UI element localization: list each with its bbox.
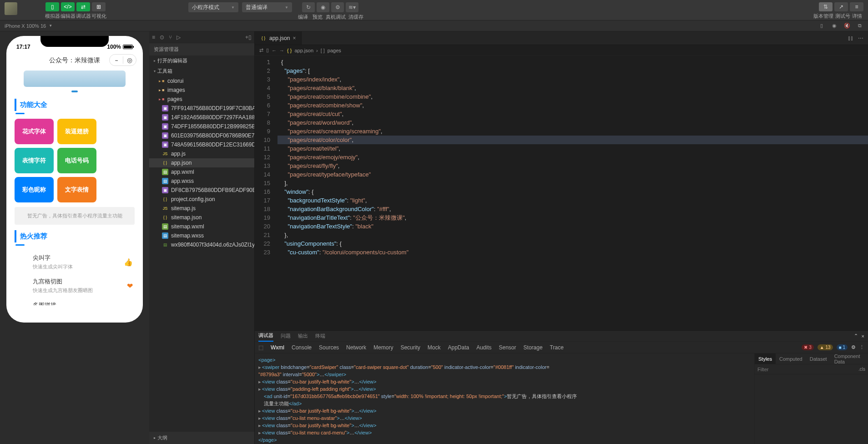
styles-tab-computed[interactable]: Computed bbox=[776, 353, 806, 364]
dt2-sensor[interactable]: Sensor bbox=[499, 344, 516, 351]
tree-item[interactable]: ▤app.wxss bbox=[149, 177, 254, 186]
tree-item[interactable]: ▤sitemap.wxml bbox=[149, 222, 254, 231]
dt2-audits[interactable]: Audits bbox=[476, 344, 491, 351]
tree-item[interactable]: { }project.config.json bbox=[149, 195, 254, 204]
tree-item[interactable]: ▣7FF9148756B80DDF199F7C80BAACE94... bbox=[149, 104, 254, 113]
tree-search-icon[interactable]: ⊙ bbox=[160, 34, 164, 40]
tree-debug-icon[interactable]: ▷ bbox=[177, 34, 181, 40]
feature-card[interactable]: 彩色昵称 bbox=[15, 177, 54, 202]
feature-card[interactable]: 表情字符 bbox=[15, 148, 54, 173]
capsule-button[interactable]: ···◎ bbox=[109, 54, 136, 66]
dt2-console[interactable]: Console bbox=[292, 344, 312, 351]
split-editor-icon[interactable]: ⫿⫿ bbox=[848, 35, 853, 41]
dt2-network[interactable]: Network bbox=[346, 344, 366, 351]
device-rotate-icon[interactable]: ▯ bbox=[818, 22, 825, 30]
bc-toggle-icon[interactable]: ⇄ bbox=[259, 47, 263, 53]
swiper-banner[interactable] bbox=[24, 71, 126, 87]
tree-item[interactable]: ▤wx980ff4007f3d404d.o6zAJs0ZI1y8o-5... bbox=[149, 240, 254, 249]
project-avatar[interactable] bbox=[5, 2, 17, 15]
tree-item[interactable]: { }sitemap.json bbox=[149, 213, 254, 222]
capsule-close-icon[interactable]: ◎ bbox=[123, 56, 136, 64]
tree-add-icon[interactable]: +▯ bbox=[245, 34, 252, 40]
hot-list-item[interactable]: 尖叫字快速生成尖叫字体👍 bbox=[15, 250, 135, 274]
dt2-memory[interactable]: Memory bbox=[373, 344, 393, 351]
dt2-mock[interactable]: Mock bbox=[428, 344, 441, 351]
error-badge[interactable]: ✖ 3 bbox=[802, 344, 813, 350]
dt-settings-icon[interactable]: ⚙ bbox=[851, 344, 856, 350]
compile-select[interactable]: 普通编译▼ bbox=[242, 2, 292, 12]
tree-open-editors[interactable]: ▸打开的编辑器 bbox=[149, 56, 254, 66]
phone-body[interactable]: 功能大全 花式字体装逼翅膀表情字符电话号码彩色昵称文字表情 暂无广告，具体指引查… bbox=[11, 69, 138, 305]
dt2-sources[interactable]: Sources bbox=[319, 344, 339, 351]
device-select[interactable]: iPhone X 100% 16 bbox=[5, 23, 46, 29]
tree-item[interactable]: ▸ ■pages bbox=[149, 95, 254, 104]
tree-outline[interactable]: ▸大纲 bbox=[149, 432, 254, 444]
tree-item[interactable]: JSapp.js bbox=[149, 149, 254, 158]
dt-tab-problems[interactable]: 问题 bbox=[281, 331, 291, 341]
dt2-trace[interactable]: Trace bbox=[550, 344, 564, 351]
editor-toggle[interactable]: </> bbox=[61, 2, 75, 11]
warn-badge[interactable]: ▲ 13 bbox=[818, 344, 833, 350]
bc-back-icon[interactable]: ← bbox=[272, 48, 277, 53]
tree-item[interactable]: ▣74DFF18556B80DDF12B999825B7CE94... bbox=[149, 122, 254, 131]
dt2-wxml[interactable]: Wxml bbox=[271, 344, 284, 351]
tree-item[interactable]: { }app.json bbox=[149, 158, 254, 167]
tree-item[interactable]: ▣601E039756B80DDF06786B90E78CE94... bbox=[149, 131, 254, 140]
hot-list-item[interactable]: 多图拼接支持横向和竖直图片合并🔥 bbox=[15, 298, 135, 305]
feature-card[interactable]: 花式字体 bbox=[15, 119, 54, 144]
dt2-appdata[interactable]: AppData bbox=[448, 344, 469, 351]
info-badge[interactable]: ■ 1 bbox=[837, 344, 848, 350]
tree-item[interactable]: ▤sitemap.wxss bbox=[149, 231, 254, 240]
record-icon[interactable]: ◉ bbox=[831, 22, 838, 30]
hot-list-item[interactable]: 九宫格切图快速生成九宫格朋友圈晒图❤ bbox=[15, 274, 135, 298]
dt-inspect-icon[interactable]: ⬚ bbox=[258, 344, 263, 351]
bc-file[interactable]: app.json bbox=[294, 48, 313, 53]
details-button[interactable]: ≡ bbox=[850, 2, 863, 11]
test-account-button[interactable]: ↗ bbox=[834, 2, 848, 11]
bc-bookmark-icon[interactable]: ▯ bbox=[266, 47, 269, 53]
styles-tab-styles[interactable]: Styles bbox=[755, 353, 776, 364]
styles-filter-input[interactable] bbox=[757, 367, 858, 372]
styles-tab-component[interactable]: Component Data bbox=[831, 353, 868, 364]
tree-item[interactable]: ▣DF8CB79756B80DDFB9EADF90EECCE9... bbox=[149, 186, 254, 195]
tree-toolbox[interactable]: ▾工具箱 bbox=[149, 66, 254, 76]
clear-cache-button[interactable]: ≋▾ bbox=[346, 2, 358, 12]
tree-item[interactable]: ▣748A596156B80DDF12EC31669DBCE9... bbox=[149, 140, 254, 149]
bc-path[interactable]: pages bbox=[328, 48, 341, 53]
mute-icon[interactable]: 🔇 bbox=[843, 22, 851, 30]
tree-item[interactable]: ▸ ■images bbox=[149, 86, 254, 95]
editor-tab-appjson[interactable]: { } app.json × bbox=[255, 31, 302, 45]
tree-menu-icon[interactable]: ≡ bbox=[152, 34, 155, 40]
dt2-storage[interactable]: Storage bbox=[524, 344, 543, 351]
styles-tab-dataset[interactable]: Dataset bbox=[806, 353, 831, 364]
cls-toggle[interactable]: .cls bbox=[858, 367, 865, 372]
dt-tab-output[interactable]: 输出 bbox=[298, 331, 308, 341]
simulator-toggle[interactable]: ▯ bbox=[45, 2, 59, 11]
version-manage-button[interactable]: ⇅ bbox=[819, 2, 833, 11]
feature-card[interactable]: 电话号码 bbox=[57, 148, 96, 173]
dt-close-icon[interactable]: × bbox=[862, 333, 864, 339]
mode-select[interactable]: 小程序模式▼ bbox=[188, 2, 238, 12]
tree-branch-icon[interactable]: ⑂ bbox=[169, 34, 172, 40]
dom-tree[interactable]: <page>▸<swiper bindchange="cardSwiper" c… bbox=[255, 353, 754, 444]
tree-item[interactable]: ▣14F192A656B80DDF7297FAA1889CE9... bbox=[149, 113, 254, 122]
capsule-menu-icon[interactable]: ··· bbox=[110, 56, 123, 64]
dt-tab-terminal[interactable]: 终端 bbox=[315, 331, 325, 341]
dt-more-icon[interactable]: ⋮ bbox=[859, 344, 864, 350]
visual-toggle[interactable]: ⊞ bbox=[92, 2, 106, 11]
popout-icon[interactable]: ⧉ bbox=[856, 22, 863, 30]
dt-tab-debugger[interactable]: 调试器 bbox=[258, 330, 273, 342]
compile-button[interactable]: ↻ bbox=[302, 2, 315, 12]
feature-card[interactable]: 文字表情 bbox=[57, 177, 96, 202]
dt2-security[interactable]: Security bbox=[400, 344, 420, 351]
feature-card[interactable]: 装逼翅膀 bbox=[57, 119, 96, 144]
bc-forward-icon[interactable]: → bbox=[279, 48, 284, 53]
remote-debug-button[interactable]: ⚙ bbox=[331, 2, 344, 12]
code-editor[interactable]: 1˅2˅345678910111213141516˅171819202122˅2… bbox=[255, 56, 868, 330]
debugger-toggle[interactable]: ⇄ bbox=[76, 2, 90, 11]
tree-item[interactable]: JSsitemap.js bbox=[149, 204, 254, 213]
more-actions-icon[interactable]: ⋯ bbox=[858, 35, 863, 41]
preview-button[interactable]: ◉ bbox=[317, 2, 329, 12]
close-icon[interactable]: × bbox=[293, 35, 296, 41]
dt-collapse-icon[interactable]: ⌃ bbox=[854, 333, 858, 339]
